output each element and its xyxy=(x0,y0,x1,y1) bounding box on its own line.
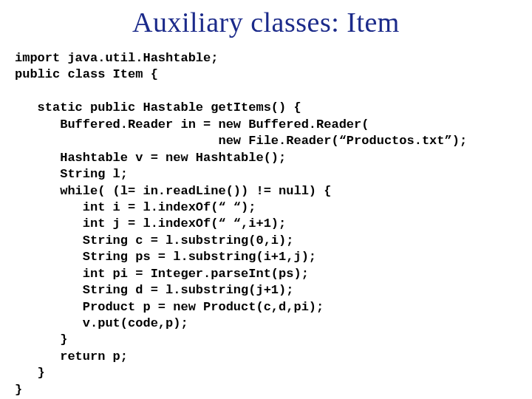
code-block: import java.util.Hashtable; public class… xyxy=(15,50,517,398)
slide: Auxiliary classes: Item import java.util… xyxy=(0,0,532,399)
slide-title: Auxiliary classes: Item xyxy=(15,6,517,38)
